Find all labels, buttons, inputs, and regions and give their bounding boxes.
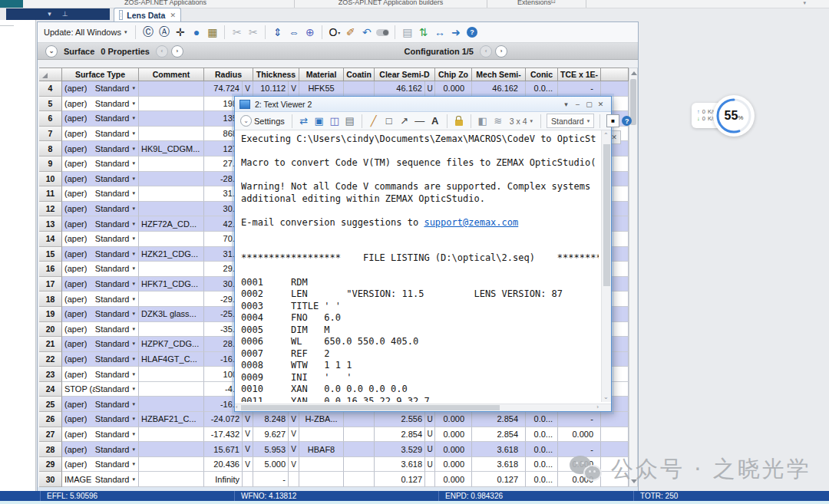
cell-rflag[interactable]: V: [243, 427, 253, 443]
cell-conic[interactable]: 0.0...: [526, 412, 558, 427]
cell-clear[interactable]: 46.162: [375, 81, 425, 97]
maximize-icon[interactable]: ▢: [583, 100, 595, 108]
cell-mech[interactable]: 0.127: [472, 472, 526, 487]
cell-coating[interactable]: [344, 442, 375, 457]
settings-chevron-icon[interactable]: ⌄: [240, 115, 252, 127]
cell-type[interactable]: (aper)Standard▾: [62, 337, 139, 352]
configuration-prev-icon[interactable]: ‹: [480, 45, 492, 58]
refresh-icon[interactable]: ⇄: [296, 114, 312, 128]
cell-num[interactable]: 8: [39, 141, 62, 156]
cell-tflag[interactable]: V: [289, 81, 299, 97]
update-settings-icon[interactable]: Ⓒ: [140, 25, 156, 40]
dropdown-icon[interactable]: ▾: [132, 296, 135, 302]
line-tool-icon[interactable]: ╱: [366, 114, 381, 128]
cell-clear[interactable]: 0.127: [375, 472, 425, 487]
cell-comment[interactable]: [139, 156, 204, 172]
cell-conic[interactable]: 0.0...: [526, 472, 558, 487]
surface-type-dropdown[interactable]: Standard: [95, 370, 130, 379]
cell-comment[interactable]: [139, 472, 204, 487]
layers-icon[interactable]: ≋: [490, 114, 506, 128]
surface-type-dropdown[interactable]: Standard: [95, 295, 130, 304]
cell-comment[interactable]: [139, 81, 204, 97]
dropdown-icon[interactable]: ▾: [132, 446, 135, 453]
cell-num[interactable]: 15: [39, 247, 62, 262]
cell-thickness[interactable]: -: [253, 472, 289, 487]
dropdown-icon[interactable]: ▾: [132, 100, 135, 107]
cell-num[interactable]: 26: [39, 412, 62, 427]
cell-radius[interactable]: 15.671: [204, 442, 243, 457]
cell-clear[interactable]: 2.556: [375, 412, 425, 427]
properties-prev-icon[interactable]: ‹: [156, 45, 168, 58]
surface-type-dropdown[interactable]: Standard: [95, 219, 130, 229]
dropdown-icon[interactable]: ▾: [132, 265, 135, 272]
cell-comment[interactable]: HLAF4GT_C...: [139, 352, 204, 367]
cell-type[interactable]: (aper)Standard▾: [62, 262, 139, 277]
dropdown-icon[interactable]: ▾: [132, 311, 135, 317]
cell-comment[interactable]: [139, 172, 204, 187]
dropdown-icon[interactable]: ▾: [132, 206, 135, 212]
dropdown-icon[interactable]: ▾: [132, 115, 135, 121]
header-thickness[interactable]: Thickness: [253, 68, 299, 81]
dash-tool-icon[interactable]: —: [412, 114, 428, 128]
window-menu-icon[interactable]: ▾: [560, 100, 572, 108]
header-coatin[interactable]: Coatin: [344, 68, 375, 81]
spreadsheet-icon[interactable]: ▤: [399, 25, 415, 40]
cell-type[interactable]: (aper)Standard▾: [62, 202, 139, 217]
close-icon[interactable]: ✕: [595, 100, 606, 108]
update-all-icon[interactable]: Ⓐ: [156, 25, 172, 40]
surface-type-dropdown[interactable]: Standard: [95, 249, 130, 259]
cell-type[interactable]: (aper)Standard▾: [62, 127, 139, 142]
cell-chip[interactable]: 0.000: [435, 427, 472, 443]
cell-num[interactable]: 7: [39, 127, 62, 142]
support-email-link[interactable]: support@zemax.com: [424, 217, 518, 228]
cell-type[interactable]: (aper)Standard▾: [62, 97, 139, 112]
cell-coating[interactable]: [344, 457, 375, 473]
header-blank-0[interactable]: [39, 68, 62, 81]
header-radius[interactable]: Radius: [204, 68, 253, 81]
cell-cflag[interactable]: [425, 472, 435, 487]
cell-comment[interactable]: HZPK7_CDG...: [139, 337, 204, 352]
cell-type[interactable]: (aper)Standard▾: [62, 427, 139, 443]
cell-type[interactable]: (aper)Standard▾: [62, 216, 139, 232]
cell-material[interactable]: [299, 457, 344, 473]
cell-tflag[interactable]: V: [289, 427, 299, 443]
cell-comment[interactable]: [139, 232, 204, 247]
aperture-icon[interactable]: ⊕: [302, 25, 318, 40]
dropdown-icon[interactable]: ▾: [132, 146, 135, 152]
cell-comment[interactable]: HZF72A_CD...: [139, 216, 204, 232]
cell-type[interactable]: (aper)Standard▾: [62, 277, 139, 292]
surface-type-dropdown[interactable]: Standard: [95, 189, 130, 198]
surface-type-dropdown[interactable]: Standard: [95, 204, 130, 213]
cell-num[interactable]: 29: [39, 457, 62, 473]
surface-type-dropdown[interactable]: Standard: [95, 234, 130, 243]
cell-coating[interactable]: [344, 427, 375, 443]
dropdown-icon[interactable]: ▾: [132, 85, 135, 91]
cell-comment[interactable]: [139, 262, 204, 277]
cell-num[interactable]: 27: [39, 427, 62, 443]
tab-close-icon[interactable]: ✕: [170, 12, 176, 19]
copy-icon[interactable]: ▣: [312, 114, 327, 128]
cell-type[interactable]: STOP (apeStandard▾: [62, 382, 139, 397]
cell-tce[interactable]: -: [558, 442, 601, 457]
surface-type-dropdown[interactable]: Standard: [95, 309, 130, 318]
cell-clear[interactable]: 3.529: [375, 442, 425, 457]
viewer-vertical-scrollbar[interactable]: ⌃ ⌄: [601, 130, 611, 402]
percent-ring-overlay[interactable]: 55 %: [713, 95, 755, 137]
header-blank-12[interactable]: [601, 68, 629, 81]
cell-num[interactable]: 19: [39, 307, 62, 322]
cell-num[interactable]: 5: [39, 97, 62, 112]
visual-toggle-icon[interactable]: [375, 25, 391, 40]
cell-num[interactable]: 6: [39, 111, 62, 127]
surface-type-dropdown[interactable]: Standard: [95, 430, 130, 439]
cell-num[interactable]: 18: [39, 292, 62, 307]
cell-thickness[interactable]: 8.248: [253, 412, 289, 427]
cell-comment[interactable]: [139, 202, 204, 217]
shape-icon[interactable]: O▾: [326, 25, 342, 40]
cell-coating[interactable]: [344, 472, 375, 487]
header-conic[interactable]: Conic: [526, 68, 558, 81]
surface-type-dropdown[interactable]: Standard: [95, 414, 130, 423]
table-vertical-scrollbar[interactable]: [629, 68, 638, 487]
dropdown-icon[interactable]: ▾: [132, 130, 135, 137]
dropdown-icon[interactable]: ▾: [132, 281, 135, 287]
cell-mech[interactable]: 3.618: [472, 457, 526, 473]
